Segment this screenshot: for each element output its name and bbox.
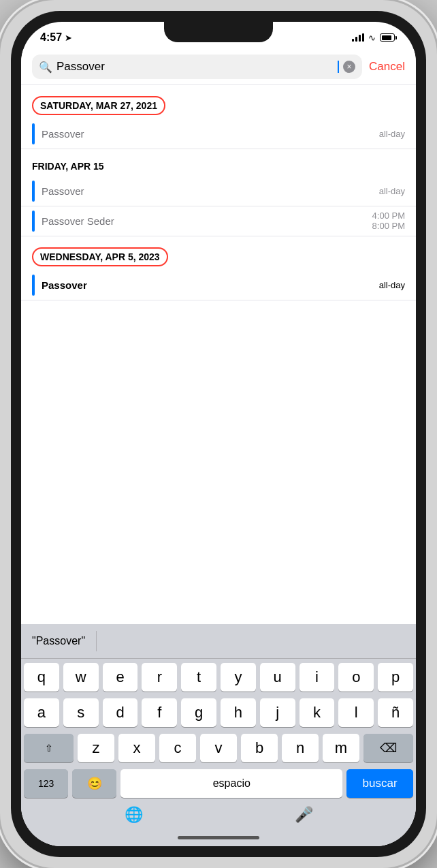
event-row[interactable]: Passover all-day (21, 176, 416, 206)
event-time-block: 4:00 PM 8:00 PM (372, 211, 405, 231)
key-l[interactable]: l (338, 698, 374, 727)
status-icons: ∿ (352, 33, 397, 43)
event-name: Passover (42, 279, 379, 291)
search-input[interactable]: Passover (56, 60, 333, 74)
date-section-2: FRIDAY, APR 15 Passover all-day Passover… (21, 160, 416, 236)
search-key[interactable]: buscar (346, 769, 413, 798)
key-e[interactable]: e (103, 663, 138, 692)
key-d[interactable]: d (103, 698, 138, 727)
home-bar (178, 836, 259, 839)
key-c[interactable]: c (159, 734, 196, 762)
search-container: 🔍 Passover × Cancel (21, 49, 416, 84)
event-row[interactable]: Passover Seder 4:00 PM 8:00 PM (21, 206, 416, 236)
key-f[interactable]: f (142, 698, 177, 727)
cursor (338, 61, 339, 73)
numbers-key[interactable]: 123 (24, 769, 68, 798)
key-s[interactable]: s (63, 698, 99, 727)
location-icon: ➤ (65, 33, 72, 43)
search-icon: 🔍 (39, 61, 52, 74)
wifi-icon: ∿ (368, 33, 376, 43)
key-g[interactable]: g (181, 698, 216, 727)
keyboard-area: "Passover" q w e r t y u i o (21, 624, 416, 846)
signal-bars-icon (352, 33, 364, 42)
notch (164, 22, 273, 42)
key-p[interactable]: p (378, 663, 413, 692)
key-t[interactable]: t (181, 663, 216, 692)
event-name: Passover (42, 128, 379, 140)
event-time: all-day (379, 186, 405, 196)
event-row[interactable]: Passover all-day (21, 270, 416, 300)
key-h[interactable]: h (221, 698, 256, 727)
date-label-3: WEDNESDAY, APR 5, 2023 (32, 247, 168, 266)
screen: 4:57 ➤ ∿ (21, 22, 416, 846)
date-label-1: SATURDAY, MAR 27, 2021 (32, 96, 165, 115)
date-header-2: FRIDAY, APR 15 (32, 160, 405, 172)
bottom-bar: 🌐 🎤 (21, 801, 416, 836)
key-ntilde[interactable]: ñ (378, 698, 413, 727)
date-section-1: SATURDAY, MAR 27, 2021 Passover all-day (21, 85, 416, 149)
event-name: Passover (42, 185, 379, 197)
event-row[interactable]: Passover all-day (21, 119, 416, 149)
delete-key[interactable]: ⌫ (363, 734, 413, 762)
key-r[interactable]: r (142, 663, 177, 692)
phone-inner: 4:57 ➤ ∿ (11, 11, 426, 857)
event-time: all-day (379, 129, 405, 139)
emoji-key[interactable]: 😊 (72, 769, 116, 798)
event-time-end: 8:00 PM (372, 221, 405, 231)
key-b[interactable]: b (241, 734, 278, 762)
event-color-bar (32, 123, 35, 144)
key-row-1: q w e r t y u i o p (24, 663, 413, 692)
key-a[interactable]: a (24, 698, 59, 727)
date-header-1: SATURDAY, MAR 27, 2021 (32, 96, 165, 115)
battery-icon (380, 33, 397, 42)
key-w[interactable]: w (63, 663, 99, 692)
home-indicator-area (21, 836, 416, 846)
event-color-bar (32, 181, 35, 202)
key-i[interactable]: i (300, 663, 335, 692)
date-label-2: FRIDAY, APR 15 (32, 161, 104, 172)
search-bar[interactable]: 🔍 Passover × (32, 55, 362, 79)
date-header-3: WEDNESDAY, APR 5, 2023 (32, 247, 168, 266)
key-j[interactable]: j (260, 698, 295, 727)
date-section-3: WEDNESDAY, APR 5, 2023 Passover all-day (21, 236, 416, 300)
white-space (21, 300, 416, 328)
shift-key[interactable]: ⇧ (24, 734, 74, 762)
key-q[interactable]: q (24, 663, 59, 692)
event-name: Passover Seder (42, 215, 372, 227)
keyboard-rows: q w e r t y u i o p a s (21, 659, 416, 801)
predictive-text[interactable]: "Passover" (32, 635, 85, 647)
key-row-4: 123 😊 espacio buscar (24, 769, 413, 798)
predictive-divider (96, 631, 97, 651)
key-k[interactable]: k (300, 698, 335, 727)
key-m[interactable]: m (323, 734, 359, 762)
phone-frame: 4:57 ➤ ∿ (0, 0, 437, 868)
event-time: all-day (379, 280, 405, 290)
key-u[interactable]: u (260, 663, 295, 692)
event-color-bar (32, 211, 35, 232)
key-v[interactable]: v (200, 734, 237, 762)
key-z[interactable]: z (78, 734, 114, 762)
predictive-bar: "Passover" (21, 624, 416, 659)
key-y[interactable]: y (221, 663, 256, 692)
cancel-button[interactable]: Cancel (369, 60, 405, 74)
globe-icon[interactable]: 🌐 (125, 806, 143, 824)
mic-icon[interactable]: 🎤 (295, 806, 313, 824)
key-x[interactable]: x (118, 734, 155, 762)
results-area: SATURDAY, MAR 27, 2021 Passover all-day … (21, 85, 416, 328)
key-o[interactable]: o (338, 663, 374, 692)
event-color-bar (32, 275, 35, 296)
key-row-3: ⇧ z x c v b n m ⌫ (24, 734, 413, 762)
status-time: 4:57 (40, 31, 62, 44)
space-key[interactable]: espacio (120, 769, 342, 798)
clear-button[interactable]: × (343, 61, 355, 73)
event-time-start: 4:00 PM (372, 211, 405, 221)
key-n[interactable]: n (282, 734, 319, 762)
key-row-2: a s d f g h j k l ñ (24, 698, 413, 727)
